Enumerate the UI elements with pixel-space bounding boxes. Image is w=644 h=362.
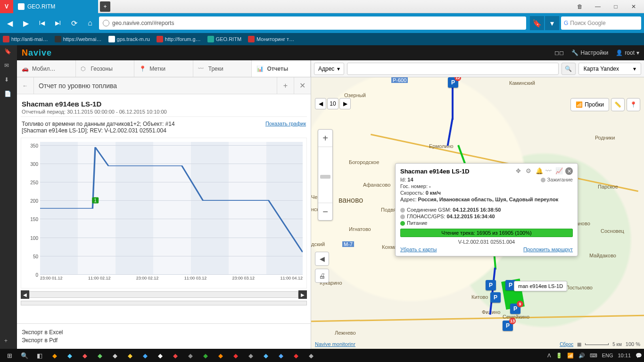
bookmark-item[interactable]: https://webmai… bbox=[55, 36, 102, 42]
bookmark-item[interactable]: gps.track-m.ru bbox=[108, 36, 150, 42]
remove-from-map-link[interactable]: Убрать с карты bbox=[400, 247, 437, 252]
map-attribution[interactable]: Navive monitorinг bbox=[315, 341, 355, 347]
gear-icon[interactable]: ⚙ bbox=[526, 167, 533, 175]
address-type-dropdown[interactable]: Адрес▾ bbox=[314, 63, 344, 75]
taskbar-app[interactable]: ◆ bbox=[140, 351, 151, 360]
tab-geozones[interactable]: ⬡Геозоны bbox=[76, 60, 135, 77]
maximize-button[interactable]: □ bbox=[611, 3, 620, 10]
settings-button[interactable]: 🔧 Настройки bbox=[571, 49, 608, 56]
parking-marker[interactable]: P bbox=[490, 292, 501, 303]
volume-icon[interactable]: 🔊 bbox=[578, 353, 585, 359]
browser-tab[interactable]: GEO.RITM bbox=[13, 0, 98, 13]
report-back-button[interactable]: ← bbox=[17, 77, 34, 94]
build-route-link[interactable]: Проложить маршрут bbox=[523, 247, 573, 252]
new-tab-button[interactable]: + bbox=[100, 1, 110, 12]
map-type-dropdown[interactable]: Карта Yandex▾ bbox=[578, 63, 641, 75]
taskbar-app[interactable]: ◆ bbox=[275, 351, 287, 360]
parking-marker[interactable]: P9 bbox=[510, 304, 520, 314]
parking-marker[interactable]: P13 bbox=[503, 321, 513, 331]
target-button[interactable]: 📍 bbox=[627, 98, 640, 111]
export-pdf-link[interactable]: Экспорт в Pdf bbox=[22, 337, 306, 344]
language-indicator[interactable]: ENG bbox=[602, 353, 613, 358]
taskbar-app[interactable]: ◆ bbox=[200, 351, 211, 360]
zoom-in-button[interactable]: + bbox=[318, 130, 332, 147]
traffic-button[interactable]: 📶 Пробки bbox=[570, 98, 609, 111]
tab-tracks[interactable]: 〰Треки bbox=[193, 60, 252, 77]
reload-button[interactable]: ⟳ bbox=[67, 16, 81, 30]
bookmark-rail-icon[interactable]: 🔖 bbox=[4, 48, 13, 56]
search-bar[interactable]: G Поиск Google bbox=[561, 16, 641, 30]
chart-scrollbar-2[interactable] bbox=[21, 301, 307, 305]
fast-forward-button[interactable]: ▶I bbox=[51, 16, 65, 30]
print-button[interactable]: 🖨 bbox=[315, 269, 329, 283]
keyboard-icon[interactable]: ⌨ bbox=[590, 353, 597, 359]
taskbar-app[interactable]: ◆ bbox=[64, 351, 75, 360]
zoom-control[interactable]: + − bbox=[318, 129, 333, 221]
pan-right-button[interactable]: ▶ bbox=[339, 98, 351, 109]
add-report-button[interactable]: + bbox=[277, 77, 294, 94]
taskbar-app[interactable]: ◆ bbox=[124, 351, 136, 360]
mail-rail-icon[interactable]: ✉ bbox=[4, 62, 13, 70]
back-button[interactable]: ◀ bbox=[3, 16, 17, 30]
reset-link[interactable]: Сброс bbox=[560, 342, 573, 347]
vivaldi-icon[interactable]: V bbox=[0, 0, 13, 13]
taskbar-app[interactable]: ◆ bbox=[49, 351, 60, 360]
clock[interactable]: 10:11 bbox=[618, 353, 631, 358]
taskbar-app[interactable]: ◆ bbox=[170, 351, 181, 360]
notes-rail-icon[interactable]: 📄 bbox=[4, 90, 13, 98]
taskbar-app[interactable]: ◆ bbox=[215, 351, 226, 360]
taskbar-app[interactable]: ◆ bbox=[185, 351, 196, 360]
start-button[interactable]: ⊞ bbox=[4, 351, 15, 360]
tray-up-icon[interactable]: ᐱ bbox=[547, 353, 551, 359]
zoom-slider[interactable] bbox=[318, 147, 332, 203]
rewind-button[interactable]: I◀ bbox=[35, 16, 49, 30]
collapse-button[interactable]: ◀ bbox=[315, 252, 329, 266]
fuel-chart[interactable]: 0 50 100 150 200 250 300 350 bbox=[21, 138, 307, 288]
scroll-left-button[interactable]: ◀ bbox=[21, 290, 29, 299]
scroll-right-button[interactable]: ▶ bbox=[298, 290, 307, 299]
map[interactable]: ваново Кохма Родники Каминский Ермолино … bbox=[311, 77, 644, 349]
tab-mobile[interactable]: 🚗Мобил… bbox=[17, 60, 76, 77]
grid-icon[interactable]: ▦ bbox=[577, 342, 581, 347]
taskbar-app[interactable]: ◆ bbox=[305, 351, 317, 360]
bookmark-item[interactable]: GEO.RITM bbox=[207, 36, 241, 42]
pan-left-button[interactable]: ◀ bbox=[315, 98, 326, 109]
search-button[interactable]: 🔍 bbox=[561, 63, 576, 75]
zoom-out-button[interactable]: − bbox=[318, 203, 332, 220]
download-rail-icon[interactable]: ⬇ bbox=[4, 76, 13, 84]
tab-reports[interactable]: 📊Отчеты bbox=[252, 60, 311, 77]
user-menu[interactable]: 👤 root ▾ bbox=[616, 49, 639, 56]
taskbar-app[interactable]: ◆ bbox=[245, 351, 256, 360]
taskbar-app[interactable]: ◆ bbox=[79, 351, 91, 360]
taskbar-app[interactable]: ◆ bbox=[290, 351, 302, 360]
close-popup-button[interactable]: ✕ bbox=[565, 167, 573, 175]
menu-icon[interactable]: ▾ bbox=[545, 16, 559, 30]
chart-marker[interactable]: 1 bbox=[92, 197, 99, 204]
bookmark-item[interactable]: http://forum.g… bbox=[157, 36, 201, 42]
search-icon[interactable]: 🔍 bbox=[19, 351, 30, 360]
taskbar-app[interactable]: ◆ bbox=[260, 351, 272, 360]
wifi-icon[interactable]: 📶 bbox=[567, 353, 574, 359]
parking-marker[interactable]: P12 bbox=[448, 77, 458, 88]
home-button[interactable]: ⌂ bbox=[83, 16, 97, 30]
close-report-button[interactable]: ✕ bbox=[294, 77, 311, 94]
minimize-button[interactable]: — bbox=[593, 3, 603, 10]
url-bar[interactable]: geo.navive.com/#reports bbox=[99, 16, 526, 30]
track-icon[interactable]: 〰 bbox=[545, 167, 553, 175]
chart-scrollbar[interactable]: ◀ ▶ bbox=[21, 290, 307, 299]
task-view-icon[interactable]: ◧ bbox=[34, 351, 45, 360]
bookmark-item[interactable]: Мониторинг т… bbox=[248, 36, 294, 42]
move-icon[interactable]: ✥ bbox=[516, 167, 523, 175]
address-input[interactable] bbox=[347, 63, 558, 75]
notification-icon[interactable]: 💬 bbox=[636, 353, 642, 359]
bookmark-item[interactable]: http://anti-mai… bbox=[3, 36, 48, 42]
taskbar-app[interactable]: ◆ bbox=[230, 351, 241, 360]
taskbar-app[interactable]: ◆ bbox=[109, 351, 121, 360]
forward-button[interactable]: ▶ bbox=[19, 16, 33, 30]
bookmark-icon[interactable]: 🔖 bbox=[530, 16, 544, 30]
tab-marks[interactable]: 📍Метки bbox=[134, 60, 193, 77]
close-button[interactable]: ✕ bbox=[629, 3, 638, 10]
show-chart-link[interactable]: Показать график bbox=[265, 121, 306, 126]
bell-icon[interactable]: 🔔 bbox=[536, 167, 543, 175]
taskbar-app[interactable]: ◆ bbox=[155, 351, 166, 360]
